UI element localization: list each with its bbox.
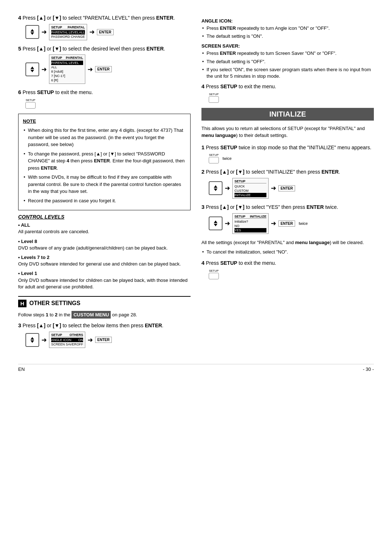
step-4-exit-text: Press SETUP to exit the menu. <box>206 84 276 89</box>
setup-rect-i4 <box>209 273 219 279</box>
setup-button-icon-4e: SETUP <box>209 93 219 103</box>
left-column: 4 Press [▲] or [▼] to select "PARENTAL L… <box>18 15 191 353</box>
arrow-up-icon <box>30 29 34 32</box>
angle-icon-list: Press ENTER repeatedly to turn Angle ico… <box>201 25 374 40</box>
others-angle-value: ON <box>78 338 83 342</box>
init-confirm-no: NO <box>234 224 266 228</box>
twice-label-3: twice <box>299 221 308 226</box>
screen-title-right-5: PARENTAL <box>66 56 83 60</box>
row-label: PARENTAL LEVEL <box>51 31 79 34</box>
note-title: NOTE <box>23 118 186 125</box>
step-4-exit-number: 4 <box>201 83 204 89</box>
screen-saver-title: SCREEN SAVER: <box>201 43 374 49</box>
others-row-screensaver: SCREEN SAVER OFF <box>51 342 83 347</box>
row-label-2: PARENTAL LEVEL <box>51 61 79 65</box>
others-ss-label: SCREEN SAVER <box>51 343 77 346</box>
arrow-right-icon-5: ➜ <box>41 65 47 73</box>
others-screen-title: SETUP OTHERS <box>51 333 83 337</box>
control-levels-section: CONTROL LEVELS • ALL All parental contro… <box>18 214 191 290</box>
level-7to2-desc: Only DVD software intended for general u… <box>18 261 181 267</box>
row-label: YES <box>234 228 241 232</box>
arrow-right-icon-5b: ➜ <box>87 65 93 73</box>
init-cancel-item: To cancel the initialization, select "NO… <box>201 249 374 255</box>
setup-label-i4: SETUP <box>209 269 219 272</box>
row-label: Initialize? <box>234 220 248 223</box>
screen-title-bar: SETUP PARENTAL <box>51 25 85 29</box>
angle-icon-section: ANGLE ICON: Press ENTER repeatedly to tu… <box>201 18 374 40</box>
init-step-4: 4 Press SETUP to exit the menu. SETUP <box>201 260 374 279</box>
init-row-quick: QUICK <box>234 184 266 189</box>
setup-button-icon-i1: SETUP <box>209 153 219 163</box>
footer-left: EN <box>18 366 25 372</box>
enter-button-label-i2: ENTER <box>278 185 295 191</box>
arrow-right-icon-i3b: ➜ <box>271 219 276 227</box>
arrow-down-icon-i3 <box>214 224 217 226</box>
screen-title-bar-5: SETUP PARENTAL <box>51 56 83 60</box>
others-angle-label: ANGLE ICON <box>51 338 72 342</box>
initialize-header: INITIALIZE <box>201 108 374 121</box>
init-step-3-text: Press [▲] or [▼] to select "YES" then pr… <box>206 204 338 210</box>
note-item-4: Record the password in case you forget i… <box>23 197 186 204</box>
init-screen-title: SETUP <box>234 179 266 183</box>
angle-icon-title: ANGLE ICON: <box>201 18 374 24</box>
step-6-number: 6 <box>18 89 21 95</box>
step-6-text: Press SETUP to exit the menu. <box>23 89 93 95</box>
init-step-1: 1 Press SETUP twice in stop mode so that… <box>201 144 374 164</box>
screen-row-r: 6 [R] <box>51 78 83 82</box>
init-step-3-diagram: ➜ SETUP INITIALIZE Initialize? NO YES ➜ … <box>209 213 374 234</box>
init-step-1-diagram: SETUP twice <box>209 153 374 163</box>
arrow-down-icon-5 <box>30 70 34 72</box>
arrow-right-icon-i3: ➜ <box>225 219 230 227</box>
arrow-down-icon-i2 <box>214 189 217 191</box>
row-label: QUICK <box>234 185 245 188</box>
others-title-left: SETUP <box>51 333 62 337</box>
step-4-diagram: ➜ SETUP PARENTAL PARENTAL LEVEL ALL PASS… <box>25 24 191 40</box>
init-screen-title-left: SETUP <box>234 179 245 183</box>
init-row-custom: CUSTOM <box>234 189 266 193</box>
screen-title-right: PARENTAL <box>68 25 85 29</box>
h-box-label: H <box>18 300 26 307</box>
other-settings-intro: Follow steps 1 to 2 in the CUSTOM MENU o… <box>18 311 191 319</box>
arrow-right-icon-3o: ➜ <box>41 336 47 344</box>
screen-saver-section: SCREEN SAVER: Press ENTER repeatedly to … <box>201 43 374 80</box>
remote-control-icon-i2 <box>209 181 222 195</box>
others-row-angle: ANGLE ICON ON <box>51 338 83 342</box>
arrow-down-icon-3o <box>30 340 34 343</box>
init-step-2-text: Press [▲] or [▼] to select "INITIALIZE" … <box>206 169 340 175</box>
custom-menu-badge: CUSTOM MENU <box>72 311 111 319</box>
parental-level-screen-2: SETUP PARENTAL PARENTAL LEVEL ALL 8 [Adu… <box>49 54 85 84</box>
control-levels-title: CONTROL LEVELS <box>18 214 191 220</box>
row-value: ALL <box>79 31 85 34</box>
level-7to2: • Levels 7 to 2 Only DVD software intend… <box>18 254 191 267</box>
note-item-3: With some DVDs, it may be difficult to f… <box>23 174 186 195</box>
enter-button-label-5: ENTER <box>95 66 112 72</box>
remote-control-icon-3o <box>25 333 39 347</box>
arrow-up-icon-i3 <box>214 220 217 223</box>
setup-label-4e: SETUP <box>209 93 219 96</box>
screen-title-left: SETUP <box>51 25 62 29</box>
step-3-other: 3 Press [▲] or [▼] to select the below i… <box>18 322 191 348</box>
step-5-diagram: ➜ SETUP PARENTAL PARENTAL LEVEL ALL 8 [A… <box>25 54 191 84</box>
screen-saver-item-3: If you select "ON", the screen saver pro… <box>201 66 374 80</box>
row-label: 8 [Adult] <box>51 70 63 73</box>
initialize-setup-screen: SETUP QUICK CUSTOM INITIALIZE <box>232 178 269 199</box>
level-8-label: • Level 8 <box>18 239 37 244</box>
row-label: NO <box>234 224 240 228</box>
level-8: • Level 8 DVD software of any grade (adu… <box>18 238 191 251</box>
step-3-other-diagram: ➜ SETUP OTHERS ANGLE ICON ON SCREEN SAVE… <box>25 332 191 348</box>
setup-rect <box>25 102 36 109</box>
row-label: 7 [NC-17] <box>51 74 65 78</box>
level-all-label: • ALL <box>18 222 30 228</box>
angle-icon-item-1: Press ENTER repeatedly to turn Angle ico… <box>201 25 374 32</box>
page-layout: 4 Press [▲] or [▼] to select "PARENTAL L… <box>18 15 374 353</box>
step-5-number: 5 <box>18 45 21 52</box>
screen-row-adult: 8 [Adult] <box>51 69 83 74</box>
note-list: When doing this for the first time, ente… <box>23 127 186 204</box>
setup-rect-i1 <box>209 157 219 163</box>
setup-button-icon-6: SETUP <box>25 98 36 109</box>
page-footer: EN - 30 - <box>18 364 374 372</box>
remote-control-icon-i3 <box>209 216 222 230</box>
init-step-4-diagram: SETUP <box>209 269 374 279</box>
init-step-3-info: All the settings (except for "PARENTAL" … <box>201 239 374 246</box>
step-4: 4 Press [▲] or [▼] to select "PARENTAL L… <box>18 15 191 40</box>
